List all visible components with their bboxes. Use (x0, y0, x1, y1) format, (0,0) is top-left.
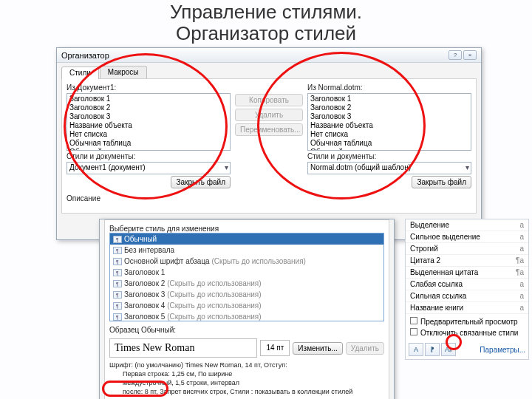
rename-button: Переименовать... (235, 123, 303, 136)
list-item[interactable]: Название объекта (309, 121, 470, 130)
list-item[interactable]: Обычный (309, 148, 470, 151)
paragraph-icon: ¶ (113, 247, 122, 254)
list-item[interactable]: ¶Заголовок 2 (Скрыть до использования) (110, 278, 383, 289)
style-type-icon: a (519, 233, 524, 241)
right-docs-label: Стили и документы: (307, 152, 471, 160)
list-item[interactable]: Заголовок 1 (68, 95, 229, 103)
left-style-list[interactable]: Заголовок 1Заголовок 2Заголовок 3Названи… (66, 93, 231, 151)
list-item[interactable]: Название объекта (68, 121, 229, 130)
modify-button[interactable]: Изменить... (293, 342, 342, 355)
list-item[interactable]: ¶Без интервала (110, 245, 383, 256)
delete-style-button: Удалить (346, 342, 384, 355)
right-source-label: Из Normal.dotm: (307, 83, 471, 92)
style-row[interactable]: Название книгиa (406, 302, 528, 314)
style-row[interactable]: Цитата 2¶a (406, 255, 528, 267)
disable-linked-row[interactable]: Отключить связанные стили (410, 328, 524, 337)
style-row[interactable]: Строгийa (406, 243, 528, 255)
style-type-icon: ¶a (516, 256, 524, 265)
options-link[interactable]: Параметры... (480, 346, 525, 354)
slide-title: Управление стилями. Организатор стилей (0, 0, 532, 48)
style-type-icon: a (519, 304, 524, 312)
left-doc-combo[interactable]: Документ1 (документ) (66, 162, 231, 174)
list-item[interactable]: ¶Заголовок 4 (Скрыть до использования) (110, 300, 383, 311)
style-type-icon: a (519, 221, 524, 229)
style-tool-icon-1[interactable]: A (409, 343, 423, 356)
organizer-dialog: Организатор ? × Стили Макросы Из Докумен… (56, 47, 482, 240)
left-docs-label: Стили и документы: (66, 152, 231, 160)
right-close-file-button[interactable]: Закрыть файл (412, 176, 471, 188)
preview-checkbox-row[interactable]: Предварительный просмотр (410, 317, 524, 326)
organizer-tabs: Стили Макросы (57, 63, 481, 78)
style-type-icon: a (519, 245, 524, 253)
organizer-left-col: Из Документ1: Заголовок 1Заголовок 2Заго… (66, 83, 231, 188)
paragraph-icon: ¶ (113, 258, 122, 265)
tab-macros[interactable]: Макросы (100, 66, 147, 78)
manage-styles-dialog: Выберите стиль для изменения ¶Обычный¶Бе… (99, 219, 395, 399)
list-item[interactable]: Обычная таблица (309, 139, 470, 148)
sample-preview: Times New Roman (109, 338, 257, 358)
style-row[interactable]: Выделенная цитата¶a (406, 267, 528, 279)
left-source-label: Из Документ1: (66, 83, 231, 92)
style-tool-icon-3[interactable]: Aₐ (441, 343, 456, 356)
delete-button: Удалить (235, 109, 303, 121)
copy-button: Копировать (235, 94, 303, 106)
tab-styles[interactable]: Стили (61, 66, 99, 79)
left-close-file-button[interactable]: Закрыть файл (171, 176, 231, 188)
style-tool-icon-2[interactable]: ⁋ (425, 343, 440, 356)
paragraph-icon: ¶ (113, 302, 122, 310)
sample-size: 14 пт (260, 340, 290, 356)
style-row[interactable]: Слабая ссылкаa (406, 279, 528, 290)
list-item[interactable]: Обычная таблица (68, 139, 229, 148)
list-item[interactable]: ¶Основной шрифт абзаца (Скрыть до исполь… (110, 256, 383, 267)
right-doc-combo[interactable]: Normal.dotm (общий шаблон) (307, 162, 471, 174)
organizer-mid-buttons: Копировать Удалить Переименовать... (235, 83, 303, 188)
styles-pane: ВыделениеaСильное выделениеaСтрогийaЦита… (405, 219, 529, 360)
close-icon[interactable]: × (463, 50, 477, 60)
list-item[interactable]: Обычный (68, 148, 229, 151)
paragraph-icon: ¶ (113, 280, 122, 287)
paragraph-icon: ¶ (113, 236, 122, 243)
style-type-icon: ¶a (516, 268, 524, 276)
list-item[interactable]: Заголовок 2 (309, 103, 470, 112)
list-item[interactable]: Нет списка (309, 130, 470, 139)
right-style-list[interactable]: Заголовок 1Заголовок 2Заголовок 3Названи… (307, 93, 471, 151)
paragraph-icon: ¶ (113, 291, 122, 299)
slide-title-line2: Организатор стилей (0, 23, 532, 44)
style-select-list[interactable]: ¶Обычный¶Без интервала¶Основной шрифт аб… (109, 233, 384, 321)
list-item[interactable]: ¶Заголовок 3 (Скрыть до использования) (110, 289, 383, 300)
list-item[interactable]: ¶Заголовок 1 (110, 267, 383, 278)
pick-style-label: Выберите стиль для изменения (109, 225, 384, 233)
list-item[interactable]: ¶Заголовок 5 (Скрыть до использования) (110, 311, 383, 321)
list-item[interactable]: Заголовок 3 (68, 112, 229, 121)
paragraph-icon: ¶ (113, 313, 122, 321)
checkbox-icon[interactable] (410, 317, 417, 324)
style-row[interactable]: Сильное выделениеa (406, 231, 528, 243)
style-row[interactable]: Выделениеa (406, 219, 528, 231)
style-type-icon: a (519, 292, 524, 300)
list-item[interactable]: Заголовок 2 (68, 103, 229, 112)
list-item[interactable]: ¶Обычный (110, 233, 383, 245)
description-label: Описание (66, 191, 471, 208)
organizer-title: Организатор (61, 51, 109, 60)
organizer-right-col: Из Normal.dotm: Заголовок 1Заголовок 2За… (307, 83, 471, 188)
slide-title-line1: Управление стилями. (0, 1, 532, 23)
list-item[interactable]: Нет списка (68, 130, 229, 139)
help-icon[interactable]: ? (449, 50, 462, 60)
list-item[interactable]: Заголовок 3 (309, 112, 470, 121)
style-row[interactable]: Сильная ссылкаa (406, 290, 528, 302)
organizer-titlebar: Организатор ? × (57, 48, 481, 63)
style-type-icon: a (519, 280, 524, 288)
sample-label: Образец Обычный: (109, 326, 384, 334)
checkbox-icon[interactable] (410, 328, 417, 335)
list-item[interactable]: Заголовок 1 (309, 95, 470, 103)
paragraph-icon: ¶ (113, 269, 122, 276)
font-description: Шрифт: (по умолчанию) Times New Roman, 1… (109, 361, 384, 396)
